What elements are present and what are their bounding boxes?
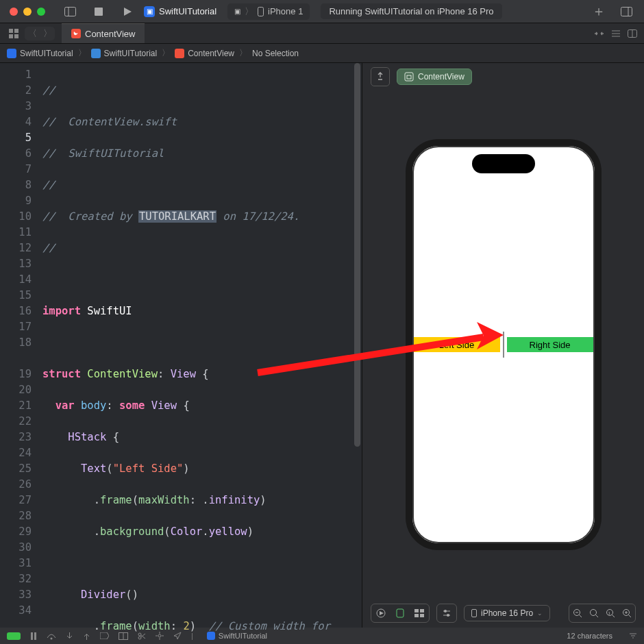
svg-line-31: [580, 615, 582, 618]
svg-rect-0: [64, 7, 75, 16]
variants-button[interactable]: [410, 604, 429, 622]
sidebar-toggle-icon[interactable]: [60, 2, 79, 21]
split-editor-icon[interactable]: [628, 29, 637, 38]
breadcrumb-selection[interactable]: No Selection: [252, 49, 299, 58]
phone-icon: [471, 609, 477, 617]
preview-device-label: iPhone 16 Pro: [481, 608, 533, 618]
preview-canvas[interactable]: Left Side Right Side: [362, 90, 644, 599]
status-text: Running SwiftUITutorial on iPhone 16 Pro: [321, 3, 501, 19]
zoom-controls: 1: [569, 604, 636, 623]
project-name: SwiftUITutorial: [159, 6, 216, 16]
svg-marker-19: [380, 611, 384, 615]
line-gutter: 1234 5678 9101112 13141516 171819 202122…: [0, 63, 40, 628]
device-frame: Left Side Right Side: [406, 139, 602, 550]
right-side-label: Right Side: [507, 337, 593, 352]
svg-line-34: [596, 615, 599, 618]
svg-point-33: [591, 610, 597, 616]
device-settings-button[interactable]: [437, 604, 456, 622]
svg-rect-21: [414, 609, 419, 612]
breadcrumb-selection-label: No Selection: [252, 49, 299, 58]
editor-tabbar: 〈 〉 ContentView: [0, 23, 644, 44]
left-side-label: Left Side: [414, 337, 500, 352]
library-toggle-icon[interactable]: [617, 2, 636, 21]
zoom-fit-button[interactable]: [586, 604, 602, 622]
scrollbar-thumb[interactable]: [354, 63, 360, 447]
live-button[interactable]: [371, 604, 391, 622]
minimize-window-button[interactable]: [23, 8, 32, 16]
svg-point-26: [444, 610, 447, 612]
add-button[interactable]: ＋: [589, 2, 608, 21]
breadcrumb-folder-label: SwiftUITutorial: [104, 49, 158, 58]
zoom-actual-button[interactable]: 1: [602, 604, 619, 622]
zoom-out-button[interactable]: [569, 604, 586, 622]
vertical-divider: [503, 332, 504, 358]
pause-icon[interactable]: [30, 632, 37, 640]
folder-icon: [91, 49, 101, 58]
svg-rect-8: [14, 29, 18, 33]
device-label: iPhone 1: [268, 6, 303, 16]
svg-rect-22: [420, 609, 424, 612]
breadcrumb-file[interactable]: ContentView: [175, 49, 234, 58]
project-icon: [7, 49, 16, 58]
maximize-window-button[interactable]: [37, 8, 45, 16]
app-small-icon: ▣: [234, 8, 240, 15]
breadcrumb-project[interactable]: SwiftUITutorial: [7, 49, 73, 58]
zoom-in-button[interactable]: [619, 604, 635, 622]
device-selector[interactable]: ▣ 〉 iPhone 1: [227, 3, 310, 20]
svg-rect-24: [420, 614, 424, 617]
svg-rect-4: [258, 7, 264, 16]
window-controls: [0, 8, 55, 16]
breadcrumb-file-label: ContentView: [188, 49, 234, 58]
swift-file-icon: [71, 29, 81, 38]
svg-rect-29: [472, 610, 477, 617]
chevron-down-icon: ⌄: [537, 610, 543, 617]
selectable-button[interactable]: [391, 604, 410, 622]
related-items-icon[interactable]: [7, 24, 21, 43]
status-bar: Running SwiftUITutorial on iPhone 16 Pro: [321, 3, 589, 19]
svg-marker-3: [124, 8, 132, 16]
svg-rect-10: [14, 34, 18, 38]
canvas-toolbar: iPhone 16 Pro ⌄ 1: [362, 599, 644, 628]
tab-title: ContentView: [85, 29, 135, 39]
back-button[interactable]: 〈: [25, 27, 40, 40]
svg-rect-20: [397, 609, 404, 617]
phone-icon: [258, 7, 264, 16]
swift-icon: [175, 49, 184, 58]
scheme-selector[interactable]: ▣ SwiftUITutorial: [144, 6, 216, 17]
refresh-icon[interactable]: [594, 29, 604, 38]
svg-rect-42: [31, 632, 33, 640]
svg-rect-43: [34, 632, 36, 640]
svg-line-36: [612, 615, 615, 618]
breadcrumb-folder[interactable]: SwiftUITutorial: [91, 49, 158, 58]
app-content: Left Side Right Side: [412, 146, 595, 543]
filter-icon[interactable]: [629, 632, 637, 639]
history-nav: 〈 〉: [25, 27, 55, 40]
preview-device-selector[interactable]: iPhone 16 Pro ⌄: [464, 605, 550, 621]
adjust-editor-icon[interactable]: [611, 29, 621, 38]
svg-line-39: [629, 615, 632, 618]
run-button[interactable]: [118, 2, 137, 21]
breadcrumb: SwiftUITutorial 〉 SwiftUITutorial 〉 Cont…: [0, 44, 644, 63]
editor-scrollbar[interactable]: [352, 63, 362, 628]
svg-point-28: [447, 614, 449, 617]
svg-rect-7: [9, 29, 13, 33]
svg-rect-5: [621, 7, 632, 16]
breadcrumb-project-label: SwiftUITutorial: [20, 49, 73, 58]
status-indicator[interactable]: [7, 632, 21, 640]
preview-pane: ContentView Left Side Right Side: [362, 63, 644, 628]
svg-rect-9: [9, 34, 13, 38]
stop-button[interactable]: [89, 2, 108, 21]
titlebar: ▣ SwiftUITutorial ▣ 〉 iPhone 1 Running S…: [0, 0, 644, 23]
preview-header: ContentView: [362, 63, 644, 90]
app-icon: ▣: [144, 6, 155, 17]
svg-rect-16: [405, 73, 413, 81]
forward-button[interactable]: 〉: [40, 27, 55, 40]
tab-contentview[interactable]: ContentView: [62, 23, 145, 43]
pin-button[interactable]: [371, 67, 390, 86]
code-editor[interactable]: 1234 5678 9101112 13141516 171819 202122…: [0, 63, 362, 628]
main-split: 1234 5678 9101112 13141516 171819 202122…: [0, 63, 644, 628]
close-window-button[interactable]: [10, 8, 18, 16]
selection-status: 12 characters: [567, 632, 612, 640]
preview-chip[interactable]: ContentView: [397, 69, 472, 85]
code-content[interactable]: // // ContentView.swift // SwiftUITutori…: [40, 63, 362, 628]
